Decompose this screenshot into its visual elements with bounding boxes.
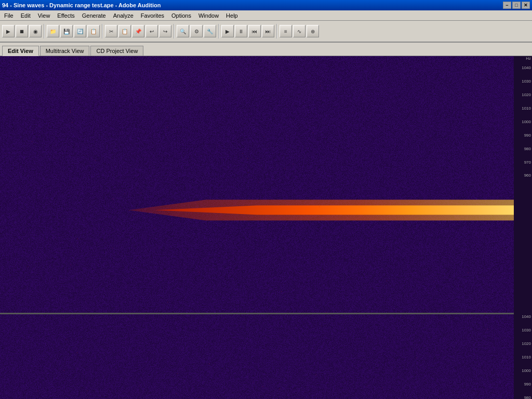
toolbar-btn-3[interactable]: ◉ [29, 25, 42, 37]
menu-analyze[interactable]: Analyze [110, 12, 137, 19]
toolbar-btn-17[interactable]: ⏸ [235, 25, 247, 37]
spectrogram-top-canvas [0, 56, 514, 313]
toolbar-btn-12[interactable]: ↪ [159, 25, 171, 37]
spectrogram-bottom[interactable] [0, 314, 514, 399]
toolbar-sep-1 [44, 24, 45, 38]
menu-bar: File Edit View Effects Generate Analyze … [0, 10, 532, 21]
toolbar-btn-9[interactable]: 📋 [118, 25, 131, 37]
main-content: Hz 1040 1030 1020 1010 1000 990 980 970 … [0, 56, 532, 378]
freq-1010-bot: 1010 [522, 355, 531, 360]
toolbar-btn-22[interactable]: ⊕ [307, 25, 319, 37]
toolbar-btn-11[interactable]: ↩ [145, 25, 158, 37]
freq-1000-bot: 1000 [522, 368, 531, 373]
freq-960-top: 960 [524, 173, 531, 178]
freq-1010-top: 1010 [522, 106, 531, 111]
toolbar-btn-1[interactable]: ▶ [2, 25, 15, 37]
menu-generate[interactable]: Generate [79, 12, 109, 19]
spectrogram-left [0, 56, 514, 399]
freq-1020-top: 1020 [522, 92, 531, 97]
freq-1040-top: 1040 [522, 65, 531, 70]
maximize-button[interactable]: □ [512, 2, 521, 9]
toolbar-sep-5 [276, 24, 277, 38]
freq-1030-bot: 1030 [522, 328, 531, 332]
freq-1000-top: 1000 [522, 119, 531, 124]
toolbar-btn-20[interactable]: ≡ [280, 25, 292, 37]
freq-1030-top: 1030 [522, 79, 531, 84]
freq-labels-right: Hz 1040 1030 1020 1010 1000 990 980 970 … [514, 56, 532, 399]
toolbar-btn-6[interactable]: 🔄 [74, 25, 86, 37]
freq-970-top: 970 [524, 160, 531, 165]
title-bar-controls: − □ ✕ [503, 2, 530, 9]
tab-edit-view[interactable]: Edit View [2, 46, 39, 56]
freq-990-top: 990 [524, 133, 531, 138]
toolbar-btn-19[interactable]: ⏭ [262, 25, 274, 37]
toolbar-btn-5[interactable]: 💾 [60, 25, 73, 37]
freq-labels-top: Hz 1040 1030 1020 1010 1000 990 980 970 … [514, 56, 532, 313]
toolbar-btn-8[interactable]: ✂ [105, 25, 117, 37]
freq-1020-bot: 1020 [522, 341, 531, 346]
menu-options[interactable]: Options [168, 12, 194, 19]
toolbar-btn-15[interactable]: 🔧 [204, 25, 216, 37]
toolbar-btn-18[interactable]: ⏮ [248, 25, 261, 37]
freq-980-bot: 980 [524, 395, 531, 399]
menu-favorites[interactable]: Favorites [138, 12, 167, 19]
spectrogram-top[interactable] [0, 56, 514, 313]
toolbar-btn-14[interactable]: ⚙ [190, 25, 203, 37]
freq-labels-bottom: 1040 1030 1020 1010 1000 990 980 970 960… [514, 314, 532, 399]
toolbar-sep-3 [174, 24, 175, 38]
freq-1040-bot: 1040 [522, 314, 531, 319]
menu-edit[interactable]: Edit [18, 12, 34, 19]
freq-980-top: 980 [524, 147, 531, 151]
tab-multitrack-view[interactable]: Multitrack View [40, 46, 90, 56]
toolbar-btn-10[interactable]: 📌 [132, 25, 144, 37]
menu-effects[interactable]: Effects [54, 12, 77, 19]
spectrogram-bottom-canvas [0, 314, 514, 399]
menu-file[interactable]: File [1, 12, 17, 19]
menu-help[interactable]: Help [223, 12, 241, 19]
toolbar-btn-2[interactable]: ⏹ [16, 25, 28, 37]
toolbar-btn-16[interactable]: ▶ [221, 25, 234, 37]
toolbar-sep-2 [102, 24, 103, 38]
menu-view[interactable]: View [35, 12, 54, 19]
toolbar-btn-7[interactable]: 📋 [87, 25, 100, 37]
toolbar-btn-13[interactable]: 🔍 [177, 25, 189, 37]
toolbar-sep-4 [218, 24, 219, 38]
minimize-button[interactable]: − [503, 2, 511, 9]
toolbar-btn-4[interactable]: 📁 [47, 25, 59, 37]
freq-990-bot: 990 [524, 382, 531, 387]
close-button[interactable]: ✕ [522, 2, 530, 9]
title-text: 94 - Sine waves - Dynamic range test.ape… [2, 2, 161, 8]
freq-hz-header-top: Hz [526, 56, 531, 61]
title-bar: 94 - Sine waves - Dynamic range test.ape… [0, 0, 532, 10]
toolbar-btn-21[interactable]: ∿ [293, 25, 305, 37]
view-tabs: Edit View Multitrack View CD Project Vie… [0, 43, 532, 56]
menu-window[interactable]: Window [195, 12, 222, 19]
spectrogram-container: Hz 1040 1030 1020 1010 1000 990 980 970 … [0, 56, 532, 399]
toolbar: ▶ ⏹ ◉ 📁 💾 🔄 📋 ✂ 📋 📌 ↩ ↪ 🔍 ⚙ 🔧 ▶ ⏸ ⏮ ⏭ ≡ … [0, 21, 532, 43]
tab-cd-project-view[interactable]: CD Project View [90, 46, 143, 56]
